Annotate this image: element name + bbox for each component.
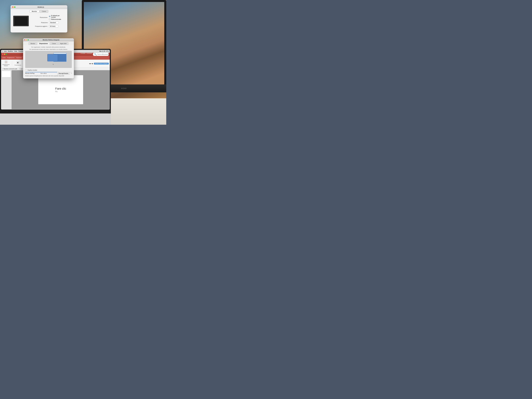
ms-close-btn[interactable]	[12, 6, 13, 8]
arrangement-slider[interactable]	[25, 72, 72, 72]
menu-item-vista[interactable]: Vista	[14, 51, 17, 52]
presentazione-label: Presentazione	[14, 64, 21, 66]
ms-maximize-btn[interactable]	[14, 6, 15, 8]
visualizzazione-relatore-label: VisualizzazioneRelatore	[2, 64, 10, 67]
slider-thumb[interactable]	[57, 71, 59, 73]
tab-transizioni[interactable]: Transizioni	[16, 57, 22, 59]
tab-home[interactable]: Home	[2, 57, 6, 59]
ms-minimize-btn[interactable]	[13, 6, 14, 8]
arr-tab-nightshift[interactable]: Night Shift	[58, 42, 68, 45]
prev-slide-btn[interactable]: ◀	[89, 63, 90, 64]
freq-label: Frequenza aggiorn.:	[31, 25, 48, 27]
monitor-retina-label: Monitor Retina integrato	[94, 63, 109, 64]
presentazione-icon[interactable]: ▶	[17, 61, 19, 64]
grid-view-btn[interactable]: ▦	[92, 63, 93, 64]
arr-minimize-btn[interactable]	[26, 39, 27, 40]
arr-maximize-btn[interactable]	[28, 39, 29, 40]
slide-panel	[1, 70, 12, 109]
arrangement-monitor-secondary[interactable]	[47, 54, 58, 61]
arr-tab-disposizione[interactable]: Disposizione	[37, 42, 50, 45]
slider-row	[25, 72, 72, 72]
close-button[interactable]	[2, 54, 3, 55]
riproduci-commenti-option[interactable]: ✓ Riproduci commenti audio	[2, 68, 17, 70]
arrangement-cursor: ↖	[53, 63, 54, 65]
resolution-label: Risoluzione:	[31, 17, 48, 18]
monitor-brand-label: HDMI	[121, 87, 127, 89]
apple-icon[interactable]: 	[2, 51, 3, 52]
arrangement-body: Per organizzare i monitor, trascinalì ne…	[23, 45, 74, 78]
arr-tab-colore[interactable]: Colore	[50, 42, 58, 45]
ribbon-group-visualizzazione: 📋 VisualizzazioneRelatore	[2, 61, 10, 67]
resolution-option-ridimensionata[interactable]: Ridimensionata	[49, 19, 65, 20]
airplay-value: Non attivo	[40, 73, 47, 74]
menubar-battery: 37%	[106, 51, 109, 52]
ms-tab-colore[interactable]: Colore	[40, 10, 48, 13]
resolution-option-default[interactable]: Di default per monitor	[49, 15, 65, 18]
slider-fill	[25, 72, 58, 72]
next-slide-btn[interactable]: ▶	[90, 63, 91, 64]
slide-thumbnail-1[interactable]	[2, 71, 11, 77]
arrangement-panel-title: Monitor Retina integrato	[29, 39, 73, 41]
minimize-button[interactable]	[4, 54, 5, 55]
monitor-settings-body: Risoluzione: Di default per monitor Ridi…	[11, 13, 67, 32]
duplicate-label: Duplica monitor	[28, 69, 37, 71]
duplicate-monitor-row: Duplica monitor	[25, 69, 72, 71]
freq-select[interactable]: 60 Hertz	[49, 25, 58, 27]
monitor-settings-titlebar: VK246 (1)	[11, 5, 67, 9]
resolution-options: Di default per monitor Ridimensionata	[49, 15, 65, 20]
rotation-row: Rotazione: Standard	[31, 21, 65, 24]
monitor-settings-title: VK246 (1)	[15, 6, 66, 8]
menubar-time: Mar 11:35	[99, 51, 105, 52]
share-button[interactable]: Condividi	[81, 53, 85, 56]
rotation-label: Rotazione:	[31, 22, 48, 23]
arr-close-btn[interactable]	[24, 39, 25, 40]
notes-area[interactable]: Fare clic per inserire le note	[1, 109, 110, 109]
maximize-button[interactable]	[6, 54, 7, 55]
airplay-row: Monitor AirPlay: Non attivo Raccogli fin…	[25, 72, 72, 75]
visualizzazione-relatore-icon[interactable]: 📋	[5, 61, 7, 63]
slide-main-content: Fare clic Fa	[38, 75, 83, 104]
slide-text-main: Fare clic	[55, 87, 66, 90]
resolution-radio-ridimensionata[interactable]	[49, 19, 51, 20]
arrangement-instruction-1: Per organizzare i monitor, trascinalì ne…	[25, 46, 72, 48]
resolution-default-label: Di default per monitor	[51, 15, 65, 18]
airplay-select-area: Non attivo	[40, 73, 47, 74]
tab-progettazione[interactable]: Progettazione	[6, 57, 15, 59]
menu-item-modifica[interactable]: Modifica	[8, 51, 13, 52]
menubar-right: Mar 11:35 37%	[99, 51, 109, 52]
resolution-radio-default[interactable]	[49, 16, 51, 17]
monitor-preview	[13, 16, 29, 26]
arrangement-instruction-2: Per riposizionare la barra dei menu, tra…	[25, 48, 72, 50]
arrangement-titlebar: Monitor Retina integrato	[23, 38, 74, 41]
slide-text-sub: Fa	[55, 90, 66, 93]
comments-button[interactable]: Commenti	[86, 53, 92, 56]
gather-windows-button[interactable]: Raccogli finestre	[57, 72, 70, 75]
display-arrangement-area[interactable]: ↖	[25, 51, 72, 68]
monitor-settings-tabs: Monitor Colore	[11, 9, 67, 13]
menubar-indicator	[54, 53, 66, 54]
resolution-ridimensionata-label: Ridimensionata	[51, 19, 61, 20]
arrangement-panel: Monitor Retina integrato Monitor Disposi…	[23, 38, 74, 78]
monitor-settings-panel: VK246 (1) Monitor Colore Risoluzione: Di…	[11, 5, 67, 32]
show-in-menubar-option: Mostra opzioni di duplicazione nella bar…	[25, 75, 72, 76]
monitor-preview-screen	[14, 17, 28, 25]
arrangement-tabs: Monitor Disposizione Colore Night Shift	[23, 41, 74, 45]
ribbon-group-presentazione: ▶ Presentazione	[14, 61, 21, 66]
freq-row: Frequenza aggiorn.: 60 Hertz	[31, 25, 65, 27]
search-icon: 🔍	[94, 53, 97, 56]
ms-tab-monitor[interactable]: Monitor	[30, 10, 39, 13]
rotation-select[interactable]: Standard	[49, 21, 59, 24]
menu-item-finestra[interactable]: Finestra	[18, 51, 23, 52]
menu-item-ema[interactable]: ema	[4, 51, 6, 52]
ppt-search-field[interactable]: 🔍	[93, 53, 109, 56]
monitor-settings-fields: Risoluzione: Di default per monitor Ridi…	[31, 15, 65, 29]
arr-tab-monitor[interactable]: Monitor	[29, 42, 37, 45]
resolution-row: Risoluzione: Di default per monitor Ridi…	[31, 15, 65, 20]
duplicate-checkbox[interactable]	[25, 69, 27, 71]
gather-help-icon[interactable]: ?	[71, 73, 72, 74]
airplay-label: Monitor AirPlay:	[25, 73, 40, 74]
search-input[interactable]	[97, 54, 109, 55]
